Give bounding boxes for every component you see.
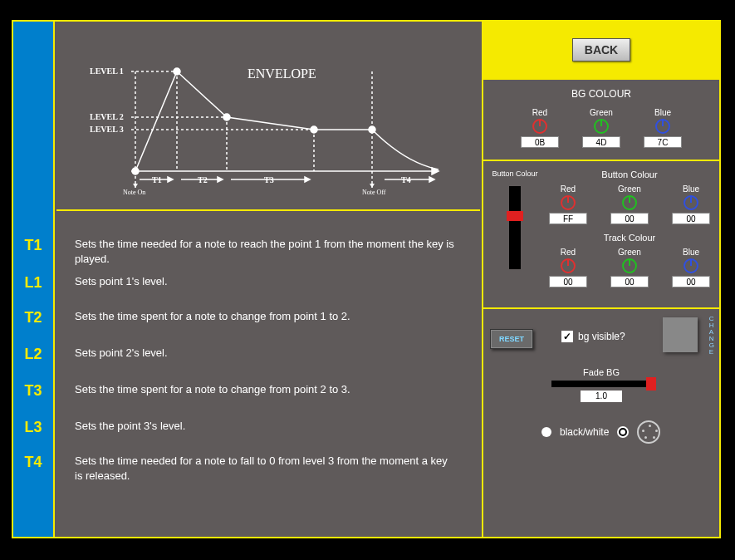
reset-button[interactable]: RESET [490, 329, 533, 349]
fade-bg-value[interactable]: 1.0 [581, 391, 622, 402]
def-key-t2: T2 [13, 309, 53, 327]
bg-blue-knob[interactable] [655, 119, 670, 134]
bg-visible-label: bg visible? [578, 331, 625, 342]
def-key-t1: T1 [13, 237, 53, 254]
trk-blue-knob[interactable] [684, 258, 698, 273]
button-track-slider[interactable] [509, 186, 521, 269]
def-text-t2: Sets the time spent for a note to change… [75, 309, 457, 324]
def-key-l2: L2 [13, 346, 53, 363]
def-text-l2: Sets point 2's level. [75, 346, 457, 361]
trk-red-value[interactable]: 00 [549, 276, 587, 287]
t2-label: T2 [198, 175, 208, 184]
level1-label: LEVEL 1 [90, 66, 124, 76]
note-off-label: Note Off [362, 189, 386, 196]
bg-colour-title: BG COLOUR [490, 88, 713, 100]
bg-red-label: Red [532, 108, 547, 117]
bg-blue-value[interactable]: 7C [644, 136, 682, 148]
change-label[interactable]: CHANGE [709, 316, 714, 356]
envelope-title: ENVELOPE [247, 66, 316, 81]
bw-label: black/white [560, 426, 609, 438]
svg-marker-16 [168, 177, 173, 182]
bg-green-label: Green [590, 108, 613, 117]
btn-blue-knob[interactable] [684, 195, 698, 210]
bg-red-knob[interactable] [532, 119, 547, 134]
t1-label: T1 [152, 175, 162, 184]
misc-panel: RESET ✓ bg visible? CHANGE Fade BG 1.0 b… [483, 307, 719, 457]
t3-label: T3 [264, 175, 274, 184]
svg-marker-23 [133, 184, 138, 188]
bg-visible-checkbox[interactable]: ✓ bg visible? [561, 331, 625, 342]
bw-radio-2[interactable] [617, 426, 629, 438]
midi-port-icon[interactable] [637, 420, 660, 444]
t4-label: T4 [401, 175, 411, 184]
def-key-t3: T3 [13, 382, 53, 400]
button-track-panel: Button Colour Button Colour Red FF [483, 160, 719, 307]
svg-marker-18 [218, 177, 223, 182]
def-key-l1: L1 [13, 274, 53, 292]
trk-green-label: Green [618, 248, 641, 257]
fade-bg-slider[interactable] [551, 381, 651, 387]
trk-blue-label: Blue [683, 248, 699, 257]
slider-thumb[interactable] [507, 211, 523, 221]
definition-key-bar: T1L1T2L2T3L3T4 [13, 22, 55, 537]
trk-red-label: Red [561, 248, 576, 257]
bg-red-value[interactable]: 0B [521, 136, 559, 148]
btn-green-value[interactable]: 00 [610, 213, 649, 224]
check-icon[interactable]: ✓ [561, 331, 573, 342]
fade-bg-label: Fade BG [539, 367, 664, 377]
note-on-label: Note On [123, 189, 145, 196]
bg-blue-label: Blue [654, 108, 671, 117]
colour-swatch[interactable] [663, 317, 698, 352]
svg-marker-20 [305, 177, 310, 182]
btn-red-knob[interactable] [561, 195, 576, 210]
level3-label: LEVEL 3 [90, 125, 124, 134]
svg-marker-22 [429, 177, 434, 182]
bg-colour-panel: BG COLOUR Red 0B Green 4D Blue [483, 78, 719, 160]
svg-marker-24 [370, 184, 375, 188]
trk-green-value[interactable]: 00 [610, 276, 649, 287]
def-text-l1: Sets point 1's level. [75, 274, 457, 289]
bg-green-value[interactable]: 4D [582, 136, 620, 148]
def-text-t3: Sets the time spent for a note to change… [75, 382, 457, 397]
envelope-diagram: LEVEL 1 LEVEL 2 LEVEL 3 T1 T2 T3 T4 Note… [56, 22, 480, 211]
btn-green-knob[interactable] [622, 195, 637, 210]
btn-red-value[interactable]: FF [549, 213, 587, 224]
trk-green-knob[interactable] [622, 258, 637, 273]
def-text-l3: Sets the point 3's level. [75, 419, 457, 434]
btn-blue-label: Blue [683, 184, 699, 194]
button-slider-label: Button Colour [492, 169, 537, 178]
button-colour-title: Button Colour [546, 169, 713, 179]
back-button[interactable]: BACK [572, 38, 630, 61]
trk-red-knob[interactable] [561, 258, 576, 273]
bw-radio[interactable] [541, 427, 551, 437]
fade-thumb[interactable] [646, 377, 656, 391]
btn-green-label: Green [618, 184, 641, 194]
envelope-svg: LEVEL 1 LEVEL 2 LEVEL 3 T1 T2 T3 T4 Note… [56, 22, 480, 211]
trk-blue-value[interactable]: 00 [672, 276, 710, 287]
def-key-l3: L3 [13, 419, 53, 436]
def-key-t4: T4 [13, 454, 53, 471]
bg-green-knob[interactable] [594, 119, 609, 134]
def-text-t1: Sets the time needed for a note to reach… [75, 237, 457, 266]
back-bar: BACK [483, 22, 719, 78]
level2-label: LEVEL 2 [90, 112, 124, 121]
track-colour-title: Track Colour [546, 233, 713, 243]
btn-red-label: Red [561, 184, 576, 194]
def-text-t4: Sets the time needed for a note to fall … [75, 454, 457, 483]
btn-blue-value[interactable]: 00 [672, 213, 710, 224]
